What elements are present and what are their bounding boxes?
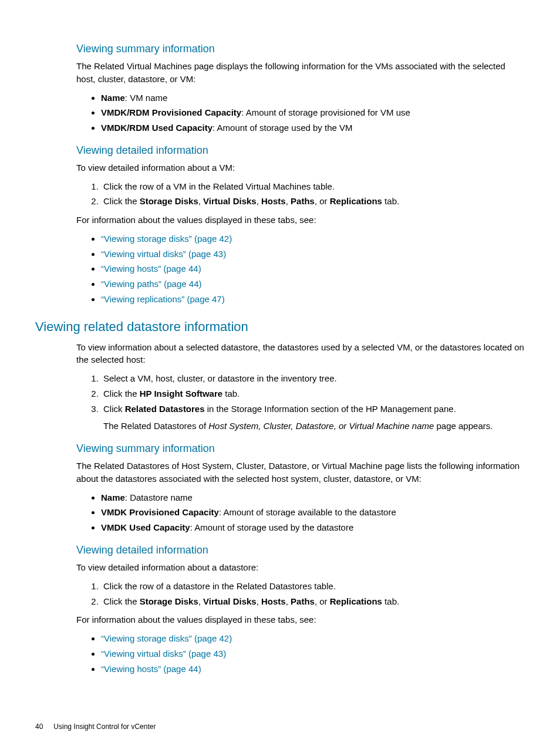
list-item: “Viewing virtual disks” (page 43) xyxy=(101,248,525,261)
term: Name xyxy=(101,492,125,502)
list-item: Click the HP Insight Software tab. xyxy=(101,387,525,400)
list-item: Select a VM, host, cluster, or datastore… xyxy=(101,372,525,385)
list-item: “Viewing replications” (page 47) xyxy=(101,293,525,306)
para-ds-summary-intro: The Related Datastores of Host System, C… xyxy=(76,460,525,485)
heading-vm-detail: Viewing detailed information xyxy=(76,143,525,158)
step-sub: The Related Datastores of Host System, C… xyxy=(103,420,525,433)
list-item: VMDK/RDM Used Capacity: Amount of storag… xyxy=(101,121,525,134)
list-item: Name: VM name xyxy=(101,92,525,104)
xref-link[interactable]: “Viewing replications” (page 47) xyxy=(101,294,225,304)
term: Name xyxy=(101,93,125,103)
list-item: Click the Storage Disks, Virtual Disks, … xyxy=(101,595,525,608)
list-ds-steps: Select a VM, host, cluster, or datastore… xyxy=(76,372,525,433)
desc: : Amount of storage available to the dat… xyxy=(219,507,396,517)
term: VMDK Provisioned Capacity xyxy=(101,507,219,517)
xref-link[interactable]: “Viewing virtual disks” (page 43) xyxy=(101,649,226,659)
para-vm-detail-seealso: For information about the values display… xyxy=(76,214,525,227)
para-ds-detail-seealso: For information about the values display… xyxy=(76,613,525,626)
list-item: “Viewing storage disks” (page 42) xyxy=(101,632,525,645)
list-item: Click Related Datastores in the Storage … xyxy=(101,403,525,433)
list-item: VMDK Used Capacity: Amount of storage us… xyxy=(101,521,525,534)
list-vm-summary: Name: VM name VMDK/RDM Provisioned Capac… xyxy=(76,92,525,134)
heading-datastore-section: Viewing related datastore information xyxy=(35,318,525,336)
term: VMDK Used Capacity xyxy=(101,522,190,532)
list-item: “Viewing storage disks” (page 42) xyxy=(101,232,525,245)
list-item: “Viewing virtual disks” (page 43) xyxy=(101,647,525,660)
para-vm-summary-intro: The Related Virtual Machines page displa… xyxy=(76,60,525,86)
page-footer: 40 Using Insight Control for vCenter xyxy=(35,722,525,732)
list-item: “Viewing hosts” (page 44) xyxy=(101,262,525,275)
list-item: Click the Storage Disks, Virtual Disks, … xyxy=(101,195,525,208)
list-item: VMDK Provisioned Capacity: Amount of sto… xyxy=(101,506,525,519)
desc: : Amount of storage used by the datastor… xyxy=(190,522,354,532)
desc: : Amount of storage used by the VM xyxy=(212,123,352,133)
xref-link[interactable]: “Viewing paths” (page 44) xyxy=(101,279,202,289)
term: VMDK/RDM Used Capacity xyxy=(101,123,212,133)
running-title: Using Insight Control for vCenter xyxy=(53,722,156,732)
list-vm-detail-links: “Viewing storage disks” (page 42) “Viewi… xyxy=(76,232,525,306)
para-ds-detail-intro: To view detailed information about a dat… xyxy=(76,561,525,574)
list-item: VMDK/RDM Provisioned Capacity: Amount of… xyxy=(101,106,525,119)
list-item: Click the row of a datastore in the Rela… xyxy=(101,580,525,593)
desc: : Datastore name xyxy=(125,492,193,502)
page-number: 40 xyxy=(35,722,43,732)
term: VMDK/RDM Provisioned Capacity xyxy=(101,107,241,117)
xref-link[interactable]: “Viewing hosts” (page 44) xyxy=(101,664,201,674)
xref-link[interactable]: “Viewing hosts” (page 44) xyxy=(101,264,201,274)
list-ds-detail-links: “Viewing storage disks” (page 42) “Viewi… xyxy=(76,632,525,675)
xref-link[interactable]: “Viewing storage disks” (page 42) xyxy=(101,633,232,643)
list-ds-summary: Name: Datastore name VMDK Provisioned Ca… xyxy=(76,491,525,534)
desc: : VM name xyxy=(125,93,168,103)
xref-link[interactable]: “Viewing virtual disks” (page 43) xyxy=(101,249,226,259)
desc: : Amount of storage provisioned for VM u… xyxy=(241,107,410,117)
list-vm-detail-steps: Click the row of a VM in the Related Vir… xyxy=(76,180,525,208)
para-ds-intro: To view information about a selected dat… xyxy=(76,341,525,367)
heading-ds-detail: Viewing detailed information xyxy=(76,542,525,558)
list-item: “Viewing hosts” (page 44) xyxy=(101,663,525,676)
heading-ds-summary: Viewing summary information xyxy=(76,441,525,456)
list-item: Name: Datastore name xyxy=(101,491,525,504)
para-vm-detail-intro: To view detailed information about a VM: xyxy=(76,161,525,174)
xref-link[interactable]: “Viewing storage disks” (page 42) xyxy=(101,234,232,244)
list-item: “Viewing paths” (page 44) xyxy=(101,278,525,291)
heading-vm-summary: Viewing summary information xyxy=(76,41,525,56)
list-item: Click the row of a VM in the Related Vir… xyxy=(101,180,525,193)
list-ds-detail-steps: Click the row of a datastore in the Rela… xyxy=(76,580,525,608)
